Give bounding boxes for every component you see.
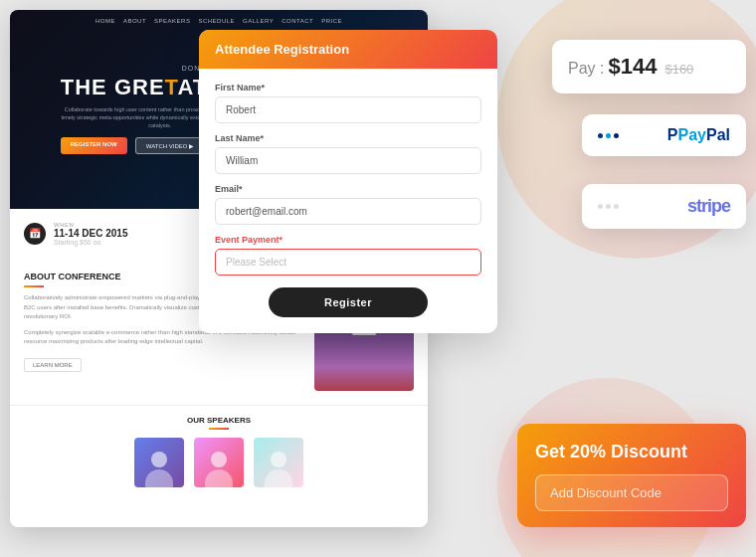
stripe-dot-2 — [606, 204, 611, 209]
speakers-section: OUR SPEAKERS — [10, 405, 428, 497]
paypal-card: PPayPal — [582, 114, 746, 156]
person-head-2 — [211, 452, 227, 467]
speaker-1-photo — [134, 438, 184, 487]
person-shape-3 — [265, 452, 292, 487]
watch-video-button[interactable]: WATCH VIDEO ▶ — [135, 137, 205, 154]
paypal-dots — [598, 133, 619, 138]
speaker-2 — [194, 438, 244, 487]
last-name-label: Last Name* — [215, 133, 481, 143]
last-name-input[interactable] — [215, 147, 481, 174]
pay-card: Pay : $144 $160 — [552, 40, 746, 93]
learn-more-button[interactable]: LEARN MORE — [24, 358, 82, 372]
dot-3 — [614, 133, 619, 138]
stripe-dot-1 — [598, 204, 603, 209]
pay-label: Pay : — [568, 60, 604, 78]
hero-title-highlight: t — [165, 75, 178, 99]
payment-label: Event Payment* — [215, 235, 481, 245]
registration-header: Attendee Registration — [199, 30, 497, 69]
conf-info-when: 📅 WHEN 11-14 DEC 2015 Starting $50 oo — [10, 209, 220, 258]
email-input[interactable] — [215, 198, 481, 225]
paypal-pal: Pal — [706, 126, 730, 143]
scene: HOME ABOUT SPEAKERS SCHEDULE GALLERY CON… — [0, 0, 756, 557]
discount-title: Get 20% Discount — [535, 442, 728, 463]
paypal-logo: PPayPal — [667, 126, 730, 144]
discount-input-box[interactable]: Add Discount Code — [535, 474, 728, 511]
first-name-label: First Name* — [215, 83, 481, 93]
speaker-3 — [254, 438, 303, 487]
nav-gallery[interactable]: GALLERY — [243, 18, 274, 24]
stripe-card: stripe — [582, 184, 746, 229]
person-body-3 — [265, 469, 292, 487]
email-label: Email* — [215, 184, 481, 194]
registration-body: First Name* Last Name* Email* Event Paym… — [199, 69, 497, 333]
calendar-icon: 📅 — [24, 223, 46, 245]
speaker-2-photo — [194, 438, 244, 487]
nav-home[interactable]: HOME — [95, 18, 115, 24]
person-head-3 — [271, 452, 286, 467]
conf-starting-price: Starting $50 oo — [54, 239, 128, 246]
speakers-divider — [209, 428, 229, 430]
paypal-p1: P — [667, 126, 678, 143]
pay-amount-row: Pay : $144 $160 — [568, 54, 730, 80]
person-head-1 — [151, 452, 167, 467]
paypal-p2: Pay — [678, 126, 706, 143]
conf-date: 11-14 DEC 2015 — [54, 228, 128, 239]
speakers-row — [24, 438, 414, 487]
speaker-3-photo — [254, 438, 303, 487]
conf-nav: HOME ABOUT SPEAKERS SCHEDULE GALLERY CON… — [10, 18, 428, 24]
person-shape-1 — [145, 452, 173, 487]
nav-contact[interactable]: CONTACT — [282, 18, 313, 24]
dot-2 — [606, 133, 611, 138]
first-name-input[interactable] — [215, 96, 481, 123]
nav-about[interactable]: ABOUT — [123, 18, 146, 24]
when-info: WHEN 11-14 DEC 2015 Starting $50 oo — [54, 222, 128, 246]
stripe-dot-3 — [614, 204, 619, 209]
pay-original-price: $160 — [664, 62, 693, 77]
discount-card: Get 20% Discount Add Discount Code — [517, 424, 746, 527]
speaker-1 — [134, 438, 184, 487]
pay-amount-value: $144 — [608, 54, 657, 80]
about-divider — [24, 285, 44, 287]
person-body-1 — [145, 469, 173, 487]
register-button[interactable]: Register — [269, 287, 428, 317]
speaker-1-bg — [134, 438, 184, 487]
payment-select[interactable]: Please Select — [215, 249, 481, 276]
registration-card: Attendee Registration First Name* Last N… — [199, 30, 497, 333]
speakers-title: OUR SPEAKERS — [24, 416, 414, 425]
registration-title: Attendee Registration — [215, 42, 481, 57]
discount-input-placeholder[interactable]: Add Discount Code — [550, 485, 713, 500]
nav-speakers[interactable]: SPEAKERS — [154, 18, 190, 24]
speaker-3-bg — [254, 438, 303, 487]
person-body-2 — [205, 469, 233, 487]
nav-schedule[interactable]: SCHEDULE — [198, 18, 235, 24]
speaker-2-bg — [194, 438, 244, 487]
person-shape-2 — [205, 452, 233, 487]
nav-price[interactable]: PRICE — [321, 18, 342, 24]
register-now-button[interactable]: REGISTER NOW — [61, 137, 127, 154]
stripe-logo: stripe — [687, 196, 730, 217]
dot-1 — [598, 133, 603, 138]
stripe-dots — [598, 204, 619, 209]
